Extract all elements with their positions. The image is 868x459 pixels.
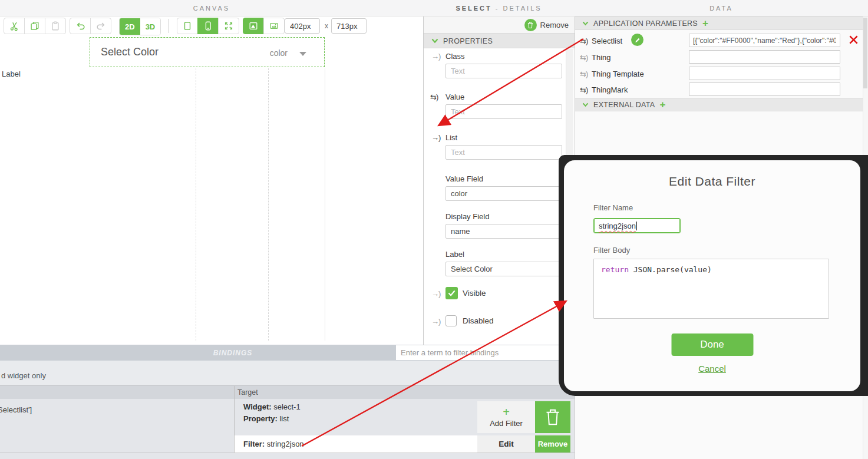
bindings-bottom-strip: [0, 453, 575, 459]
add-external-data-icon[interactable]: +: [659, 100, 665, 110]
panel-titles-strip: CANVAS SELECT - DETAILS DATA: [0, 0, 868, 16]
select-details-panel: Remove PROPERTIES →) Class ⇆) Value →) L…: [423, 16, 575, 345]
binding-bidirectional-icon[interactable]: ⇆): [580, 70, 588, 78]
binding-in-icon[interactable]: →): [431, 52, 440, 61]
binding-target-widget: Widget: select-1: [243, 402, 301, 411]
field-label-list: List: [445, 133, 457, 142]
toolbar-divider: [169, 19, 169, 33]
field-label-value-field: Value Field: [445, 174, 483, 183]
field-label-display-field: Display Field: [445, 212, 489, 221]
edit-data-filter-dialog: Edit Data Filter Filter Name string2json…: [559, 155, 868, 396]
external-data-header[interactable]: EXTERNAL DATA +: [575, 98, 868, 111]
bg-image-off-button[interactable]: [263, 18, 285, 34]
value-field-input[interactable]: [445, 186, 562, 201]
class-input[interactable]: [445, 64, 562, 78]
remove-widget-button[interactable]: Remove: [524, 18, 569, 32]
value-input[interactable]: [445, 104, 562, 119]
binding-source-cell: Selectlist']: [0, 405, 32, 414]
visible-label: Visible: [463, 289, 486, 298]
canvas-panel-title: CANVAS: [0, 5, 423, 12]
canvas-width-input[interactable]: [285, 18, 320, 34]
canvas-height-input[interactable]: [331, 18, 367, 34]
design-canvas[interactable]: Select Color color Label: [0, 35, 423, 344]
edit-filter-button[interactable]: Edit: [477, 435, 535, 453]
filter-name-input[interactable]: string2json: [593, 218, 681, 233]
cancel-link[interactable]: Cancel: [698, 364, 726, 374]
param-label-thingmark: ThingMark: [592, 85, 628, 94]
orientation-phone-button[interactable]: [197, 18, 219, 34]
paste-icon: [50, 21, 61, 31]
undo-button[interactable]: [70, 18, 91, 34]
param-label-thing: Thing: [592, 53, 611, 62]
details-action-bar: Remove: [424, 16, 575, 34]
filter-body-editor[interactable]: return JSON.parse(value): [593, 259, 829, 319]
select-widget-label: Select Color: [101, 46, 159, 58]
scissors-icon: [9, 21, 19, 31]
paste-button[interactable]: [45, 18, 66, 34]
delete-parameter-icon[interactable]: [848, 34, 859, 45]
remove-filter-button[interactable]: Remove: [535, 435, 570, 453]
binding-in-icon[interactable]: →): [431, 133, 440, 142]
binding-target-property: Property: list: [243, 414, 289, 423]
field-label-value: Value: [445, 93, 464, 101]
copy-button[interactable]: [24, 18, 45, 34]
binding-in-icon[interactable]: →): [431, 317, 440, 326]
edit-parameter-icon[interactable]: [631, 34, 643, 46]
list-input[interactable]: [445, 145, 562, 160]
bindings-panel: BINDINGS d widget only Target Selectlist…: [0, 345, 575, 459]
chevron-down-icon: [582, 103, 589, 107]
mode-3d-button[interactable]: 3D: [140, 18, 161, 35]
select-widget[interactable]: Select Color color: [90, 37, 325, 67]
orientation-portrait-button[interactable]: [177, 18, 198, 34]
trash-icon: [544, 408, 561, 427]
delete-binding-button[interactable]: [535, 401, 570, 433]
binding-in-icon[interactable]: →): [431, 289, 440, 298]
canvas-row-label: Label: [2, 70, 21, 78]
application-parameters-header[interactable]: APPLICATION PARAMETERS +: [575, 16, 868, 30]
visible-checkbox[interactable]: [445, 287, 458, 299]
binding-bidirectional-icon[interactable]: ⇆): [580, 85, 588, 94]
thing-value-input[interactable]: [689, 50, 840, 64]
binding-bidirectional-icon[interactable]: ⇆): [430, 93, 438, 101]
data-panel-title: DATA: [575, 5, 868, 12]
binding-bidirectional-icon[interactable]: ⇆): [580, 37, 588, 45]
display-field-input[interactable]: [445, 224, 562, 239]
add-parameter-icon[interactable]: +: [702, 18, 708, 28]
redo-button[interactable]: [90, 18, 111, 34]
canvas-toolbar: 2D 3D x: [0, 16, 423, 35]
selectlist-value-input[interactable]: [689, 34, 840, 47]
disabled-checkbox[interactable]: [445, 315, 457, 326]
label-input[interactable]: [445, 262, 562, 276]
dimension-separator: x: [325, 22, 328, 30]
scope-note: d widget only: [1, 371, 46, 380]
canvas-fit-button[interactable]: [218, 18, 239, 34]
binding-filter-value: Filter: string2json: [243, 440, 304, 448]
field-label-class: Class: [445, 52, 465, 61]
portrait-frame-icon: [182, 21, 193, 31]
grid-line: [196, 68, 196, 341]
properties-section-header[interactable]: PROPERTIES: [424, 34, 575, 48]
param-label-thing-template: Thing Template: [592, 70, 644, 78]
add-filter-button[interactable]: + Add Filter: [477, 401, 535, 433]
mode-2d-button[interactable]: 2D: [120, 18, 140, 35]
filter-body-label: Filter Body: [593, 246, 630, 255]
binding-bidirectional-icon[interactable]: ⇆): [580, 53, 588, 62]
chevron-down-icon: [431, 38, 438, 44]
done-button[interactable]: Done: [671, 333, 753, 356]
thingmark-value-input[interactable]: [689, 82, 840, 96]
grid-line: [268, 68, 269, 341]
bindings-scope-row: d widget only: [0, 361, 575, 386]
chevron-down-icon: [582, 21, 589, 26]
target-column-header: Target: [237, 388, 258, 397]
thing-template-value-input[interactable]: [689, 67, 840, 80]
copy-icon: [29, 21, 40, 31]
details-panel-title: SELECT - DETAILS: [423, 5, 575, 12]
field-label-label: Label: [445, 250, 464, 259]
bg-image-on-button[interactable]: [243, 18, 264, 34]
text-cursor: [636, 222, 637, 230]
cut-button[interactable]: [4, 18, 25, 34]
param-label-selectlist: Selectlist: [592, 37, 622, 45]
dialog-title: Edit Data Filter: [564, 174, 860, 189]
redo-icon: [95, 21, 107, 31]
bindings-titlebar: BINDINGS: [0, 345, 575, 361]
